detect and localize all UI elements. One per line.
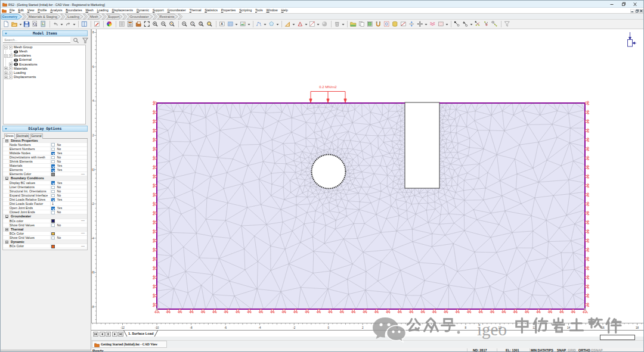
- status-osnap-toggle[interactable]: OSNAP: [591, 348, 603, 352]
- menu-dynamic[interactable]: Dynamic: [135, 8, 151, 13]
- item-dropdown-icon[interactable]: [9, 71, 13, 75]
- flip-vertical-icon[interactable]: [408, 20, 416, 28]
- taskbar-window-button[interactable]: Getting Started (Initial).fez - CAD View: [92, 341, 167, 348]
- no-hatch-icon[interactable]: [400, 20, 408, 28]
- checkbox-unchecked[interactable]: [51, 156, 55, 160]
- search-icon[interactable]: [73, 38, 79, 43]
- polyline-tool-icon[interactable]: [255, 20, 264, 28]
- prop-row-bcs-color[interactable]: BCs Color—: [3, 244, 87, 248]
- prop-row-bcs-color[interactable]: BCs color—: [3, 219, 87, 223]
- filter-funnel-icon[interactable]: [503, 20, 511, 28]
- checkbox-unchecked[interactable]: [51, 148, 55, 151]
- visibility-eye-icon[interactable]: [14, 50, 18, 54]
- collapse-box-icon[interactable]: [5, 241, 8, 244]
- status-snap-toggle[interactable]: SNAP: [557, 348, 566, 352]
- tree-item-excavations[interactable]: Excavations: [4, 63, 85, 67]
- tree-item-materials[interactable]: Materials: [4, 67, 85, 71]
- screen-capture-icon[interactable]: [39, 20, 48, 28]
- prop-row-element-numbers[interactable]: Element NumbersNo: [3, 147, 87, 151]
- prop-row-liner-orientations[interactable]: Liner OrientationsNo: [3, 185, 87, 189]
- menu-displacements[interactable]: Displacements: [110, 8, 135, 13]
- prop-row-dist-loads-scale-factor[interactable]: Dist Loads Scale Factor1: [3, 202, 87, 206]
- search-input[interactable]: [3, 37, 70, 43]
- water-waves-icon[interactable]: [428, 20, 436, 28]
- prop-row-node-numbers[interactable]: Node NumbersNo: [3, 143, 87, 147]
- snap-fork-icon[interactable]: [482, 20, 490, 28]
- menu-file[interactable]: File: [8, 8, 17, 13]
- color-more-button[interactable]: —: [81, 219, 85, 223]
- prop-row-display-bc-values[interactable]: Display BC valuesYes: [3, 181, 87, 185]
- open-file-icon[interactable]: [10, 20, 18, 28]
- checkbox-checked[interactable]: [51, 198, 55, 202]
- menu-boundaries[interactable]: Boundaries: [64, 8, 83, 13]
- project-settings-icon[interactable]: [126, 20, 135, 28]
- menu-tools[interactable]: Tools: [253, 8, 264, 13]
- coordinate-input[interactable]: [600, 335, 635, 340]
- redo-icon[interactable]: [64, 20, 72, 28]
- prop-row-show-grid-values[interactable]: Show Grid ValuesNo: [3, 223, 87, 228]
- magnet-tool-icon[interactable]: [374, 20, 383, 28]
- color-swatch[interactable]: [51, 245, 55, 248]
- prop-row-dist-loads-relative-sizes[interactable]: Dist Loads Relative SizesYes: [3, 198, 87, 202]
- polygon-tool-icon[interactable]: [267, 20, 275, 28]
- color-more-button[interactable]: —: [81, 231, 85, 235]
- copy-tool-icon[interactable]: [358, 20, 366, 28]
- prop-row-elements[interactable]: ElementsYes: [3, 168, 87, 172]
- add-text-icon[interactable]: A: [218, 20, 227, 28]
- menu-loading[interactable]: Loading: [95, 8, 110, 13]
- color-swatch[interactable]: [51, 173, 55, 176]
- prop-row-materials[interactable]: MaterialsYes: [3, 164, 87, 168]
- zoom-extents-icon[interactable]: [143, 20, 151, 28]
- prop-row-open-joint-ends[interactable]: Open Joint EndsYes: [3, 206, 87, 210]
- checkbox-unchecked[interactable]: [51, 186, 55, 189]
- collapse-box-icon[interactable]: [4, 54, 8, 58]
- item-dropdown-icon[interactable]: [9, 46, 13, 49]
- sketch-pen-icon[interactable]: [93, 20, 101, 28]
- checkbox-checked[interactable]: [51, 169, 55, 172]
- minimize-button[interactable]: [607, 1, 617, 7]
- split-view-icon[interactable]: [80, 20, 89, 28]
- prop-row-show-grid-values[interactable]: Show Grid ValuesNo: [3, 236, 87, 240]
- prop-row-discretizations-with-mesh[interactable]: Discretizations with meshNo: [3, 155, 87, 160]
- first-stage-button[interactable]: [93, 332, 98, 337]
- collapse-box-icon[interactable]: [5, 228, 8, 231]
- menu-support[interactable]: Support: [151, 8, 166, 13]
- filter-icon[interactable]: [82, 38, 88, 43]
- color-swatch[interactable]: [51, 232, 55, 236]
- prop-row-structural-int-orientations[interactable]: Structural Int. OrientationsNo: [3, 189, 87, 194]
- add-image-icon[interactable]: [239, 20, 247, 28]
- menu-help[interactable]: Help: [280, 8, 290, 13]
- menu-statistics[interactable]: Statistics: [203, 8, 219, 13]
- collapse-box-icon[interactable]: [4, 46, 8, 49]
- zoom-window-icon[interactable]: [168, 20, 177, 28]
- menu-scripting[interactable]: Scripting: [237, 8, 253, 13]
- menu-profile[interactable]: Profile: [36, 8, 48, 13]
- prop-row-closed-joint-ends[interactable]: Closed Joint EndsNo: [3, 210, 87, 214]
- measure-tool-icon[interactable]: [284, 20, 292, 28]
- status-grid-toggle[interactable]: GRID: [568, 348, 576, 352]
- display-options-header[interactable]: Display Options: [2, 126, 88, 132]
- checkbox-unchecked[interactable]: [51, 160, 55, 164]
- image-frame-icon[interactable]: [366, 20, 374, 28]
- mdi-restore-button[interactable]: [635, 9, 639, 13]
- snap-bolt-icon[interactable]: [453, 20, 462, 28]
- display-tab-decimals[interactable]: Decimals: [16, 133, 30, 139]
- expand-box-icon[interactable]: [4, 71, 8, 75]
- expand-box-icon[interactable]: [4, 67, 8, 70]
- close-button[interactable]: [630, 1, 640, 7]
- checkbox-unchecked[interactable]: [51, 236, 55, 240]
- selection-window-icon[interactable]: [383, 20, 391, 28]
- restore-button[interactable]: [619, 1, 628, 7]
- item-dropdown-icon[interactable]: [9, 67, 13, 70]
- status-ortho-toggle[interactable]: ORTHO: [578, 348, 590, 352]
- prop-row-midside-nodes[interactable]: Midside NodesYes: [3, 151, 87, 155]
- color-more-button[interactable]: —: [81, 172, 85, 176]
- collapse-box-icon[interactable]: [5, 177, 8, 180]
- zoom-out-icon[interactable]: [160, 20, 168, 28]
- list-properties-icon[interactable]: [118, 20, 126, 28]
- prop-row-expand-structural-interface[interactable]: Expand Structural InterfaceNo: [3, 194, 87, 198]
- checkbox-unchecked[interactable]: [51, 190, 55, 194]
- tree-item-displacements[interactable]: Displacements: [4, 75, 85, 79]
- stage-tab-surface-load[interactable]: 1. Surface Load: [123, 331, 158, 337]
- move-axes-icon[interactable]: [416, 20, 425, 28]
